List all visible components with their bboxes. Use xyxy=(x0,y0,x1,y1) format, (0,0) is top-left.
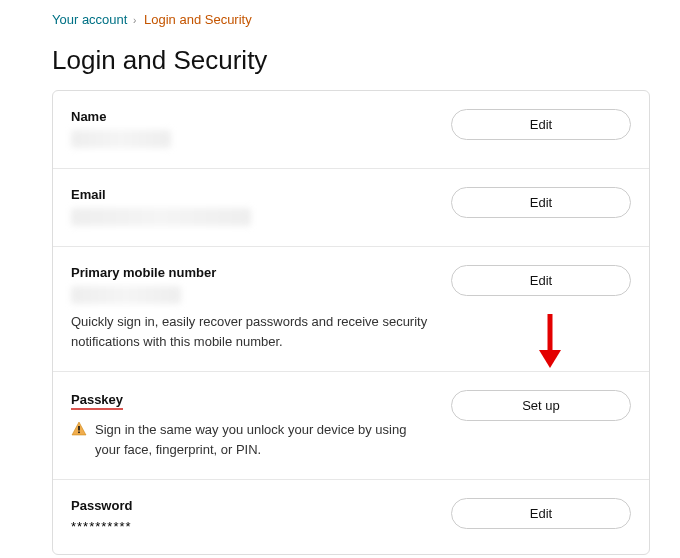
warning-icon xyxy=(71,421,87,437)
edit-password-button[interactable]: Edit xyxy=(451,498,631,529)
name-value-redacted xyxy=(71,130,171,148)
setup-passkey-button[interactable]: Set up xyxy=(451,390,631,421)
svg-rect-3 xyxy=(78,426,80,431)
name-label: Name xyxy=(71,109,431,124)
row-name: Name Edit xyxy=(53,91,649,169)
password-mask: ********** xyxy=(71,519,431,534)
page-title: Login and Security xyxy=(0,39,680,90)
breadcrumb-current: Login and Security xyxy=(144,12,252,27)
passkey-description: Sign in the same way you unlock your dev… xyxy=(95,420,431,459)
chevron-right-icon: › xyxy=(133,15,136,26)
password-label: Password xyxy=(71,498,431,513)
phone-label: Primary mobile number xyxy=(71,265,431,280)
phone-description: Quickly sign in, easily recover password… xyxy=(71,312,431,351)
phone-value-redacted xyxy=(71,286,181,304)
passkey-label: Passkey xyxy=(71,392,123,410)
edit-name-button[interactable]: Edit xyxy=(451,109,631,140)
row-passkey: Passkey Sign in the same way you unlock … xyxy=(53,372,649,480)
row-email: Email Edit xyxy=(53,169,649,247)
settings-card: Name Edit Email Edit Primary mobile numb… xyxy=(52,90,650,555)
edit-email-button[interactable]: Edit xyxy=(451,187,631,218)
breadcrumb: Your account › Login and Security xyxy=(0,8,680,39)
row-password: Password ********** Edit xyxy=(53,480,649,554)
breadcrumb-parent-link[interactable]: Your account xyxy=(52,12,127,27)
email-value-redacted xyxy=(71,208,251,226)
email-label: Email xyxy=(71,187,431,202)
edit-phone-button[interactable]: Edit xyxy=(451,265,631,296)
svg-rect-4 xyxy=(78,432,80,434)
row-phone: Primary mobile number Quickly sign in, e… xyxy=(53,247,649,372)
